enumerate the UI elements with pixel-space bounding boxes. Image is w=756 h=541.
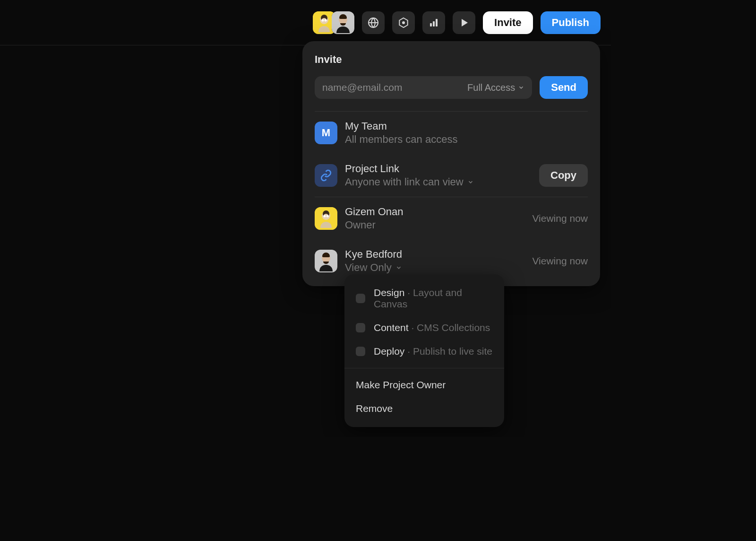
link-icon: [320, 169, 332, 182]
email-input[interactable]: [322, 82, 463, 93]
svg-point-5: [325, 19, 327, 21]
remove-action[interactable]: Remove: [344, 397, 504, 420]
publish-button[interactable]: Publish: [541, 11, 601, 34]
checkbox-icon: [356, 323, 365, 332]
link-info: Project Link Anyone with link can view: [345, 163, 532, 188]
make-owner-action[interactable]: Make Project Owner: [344, 373, 504, 397]
globe-button[interactable]: [362, 11, 385, 34]
svg-rect-12: [433, 21, 435, 26]
svg-point-19: [326, 215, 329, 218]
globe-icon: [368, 17, 379, 28]
svg-point-4: [322, 19, 324, 21]
member-info-0: Gizem Onan Owner: [345, 206, 524, 231]
member-avatar-1: [315, 250, 337, 272]
link-sub-row[interactable]: Anyone with link can view: [345, 176, 532, 188]
perm-option-deploy[interactable]: Deploy · Publish to live site: [344, 340, 504, 363]
checkbox-icon: [356, 347, 365, 356]
perm-desc: · Publish to live site: [407, 346, 492, 357]
link-name: Project Link: [345, 163, 532, 175]
perm-text: Content · CMS Collections: [374, 322, 490, 333]
member-row-1: Kye Bedford View Only Viewing now: [315, 240, 588, 274]
submenu-divider: [344, 368, 504, 368]
svg-rect-13: [436, 19, 438, 26]
face-icon: [315, 250, 337, 272]
access-label: Full Access: [467, 82, 515, 93]
invite-modal: Invite Full Access Send M My Team All me…: [302, 41, 600, 286]
bar-chart-icon: [428, 17, 439, 28]
project-link-row: Project Link Anyone with link can view C…: [315, 154, 588, 197]
team-avatar: M: [315, 122, 337, 144]
member-name-1: Kye Bedford: [345, 248, 524, 261]
settings-button[interactable]: [392, 11, 415, 34]
perm-text: Deploy · Publish to live site: [374, 346, 492, 357]
chevron-down-icon: [518, 84, 524, 91]
member-name-0: Gizem Onan: [345, 206, 524, 218]
email-wrap: Full Access: [315, 76, 532, 99]
member-status-0: Viewing now: [532, 213, 588, 224]
hexagon-icon: [398, 17, 409, 28]
team-name: My Team: [345, 120, 588, 132]
checkbox-icon: [356, 294, 365, 303]
invite-row: Full Access Send: [315, 76, 588, 99]
copy-button[interactable]: Copy: [539, 164, 588, 187]
member-row-0: Gizem Onan Owner Viewing now: [315, 197, 588, 240]
analytics-button[interactable]: [422, 11, 445, 34]
play-icon: [458, 17, 470, 28]
link-avatar: [315, 164, 337, 187]
perm-desc: · CMS Collections: [411, 322, 490, 333]
modal-title: Invite: [315, 53, 588, 66]
perm-option-content[interactable]: Content · CMS Collections: [344, 316, 504, 340]
perm-text: Design · Layout and Canvas: [374, 287, 493, 310]
member-avatar-0: [315, 207, 337, 230]
access-selector[interactable]: Full Access: [467, 82, 524, 93]
member-role-1-row[interactable]: View Only: [345, 262, 524, 274]
svg-point-10: [402, 21, 405, 24]
member-role-1: View Only: [345, 262, 392, 274]
avatar-stack: [313, 11, 354, 34]
member-info-1: Kye Bedford View Only: [345, 248, 524, 274]
team-sub: All members can access: [345, 133, 588, 146]
send-button[interactable]: Send: [540, 76, 588, 99]
play-button[interactable]: [453, 11, 475, 34]
invite-button[interactable]: Invite: [483, 11, 533, 34]
perm-label: Deploy: [374, 346, 404, 357]
face-icon: [332, 11, 354, 34]
perm-label: Content: [374, 322, 409, 333]
avatar-user-2[interactable]: [332, 11, 354, 34]
chevron-down-icon: [467, 179, 474, 185]
member-role-0: Owner: [345, 219, 524, 231]
perm-option-design[interactable]: Design · Layout and Canvas: [344, 281, 504, 316]
chevron-down-icon: [395, 264, 402, 271]
svg-point-18: [324, 215, 326, 218]
team-info: My Team All members can access: [345, 120, 588, 146]
perm-label: Design: [374, 287, 404, 298]
topbar: Invite Publish: [0, 0, 611, 45]
permissions-submenu: Design · Layout and Canvas Content · CMS…: [344, 274, 504, 427]
link-sub: Anyone with link can view: [345, 176, 464, 188]
member-status-1: Viewing now: [532, 255, 588, 267]
svg-rect-11: [430, 23, 432, 26]
face-icon: [315, 207, 337, 230]
team-row: M My Team All members can access: [315, 112, 588, 154]
